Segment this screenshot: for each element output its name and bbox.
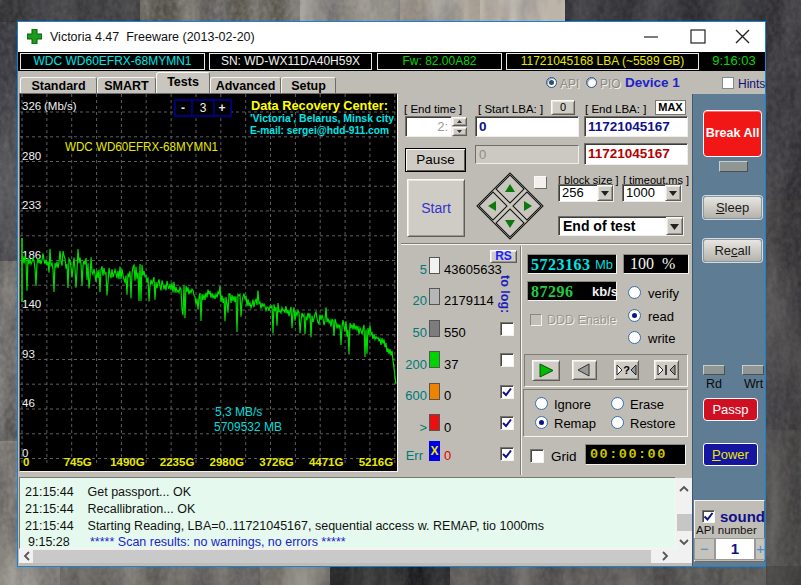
svg-text:5216G: 5216G xyxy=(359,456,394,468)
svg-text:3726G: 3726G xyxy=(259,456,294,468)
svg-text:5,3 MB/s: 5,3 MB/s xyxy=(215,405,262,419)
svg-text:WDC WD60EFRX-68MYMN1: WDC WD60EFRX-68MYMN1 xyxy=(65,139,218,154)
svg-text:2235G: 2235G xyxy=(160,456,195,468)
svg-text:(Mb/s): (Mb/s) xyxy=(44,100,77,112)
svg-text:46: 46 xyxy=(22,397,35,409)
svg-text:93: 93 xyxy=(22,348,35,360)
svg-text:1490G: 1490G xyxy=(110,456,145,468)
svg-text:233: 233 xyxy=(22,199,41,211)
svg-text:280: 280 xyxy=(22,150,41,162)
svg-text:Data Recovery Center:: Data Recovery Center: xyxy=(251,98,388,113)
svg-text:326: 326 xyxy=(22,100,41,112)
svg-text:?: ? xyxy=(623,364,630,376)
svg-text:3: 3 xyxy=(200,101,207,115)
svg-text:140: 140 xyxy=(22,298,41,310)
svg-text:E-mail: sergei@hdd-911.com: E-mail: sergei@hdd-911.com xyxy=(250,124,389,136)
svg-text:745G: 745G xyxy=(64,456,92,468)
svg-text:'Victoria', Belarus, Minsk cit: 'Victoria', Belarus, Minsk city xyxy=(250,112,395,124)
svg-text:-: - xyxy=(181,101,185,115)
svg-text:0: 0 xyxy=(23,456,29,468)
svg-text:4471G: 4471G xyxy=(309,456,344,468)
svg-text:+: + xyxy=(218,101,225,115)
svg-text:5709532 MB: 5709532 MB xyxy=(214,420,282,434)
svg-text:2980G: 2980G xyxy=(210,456,245,468)
